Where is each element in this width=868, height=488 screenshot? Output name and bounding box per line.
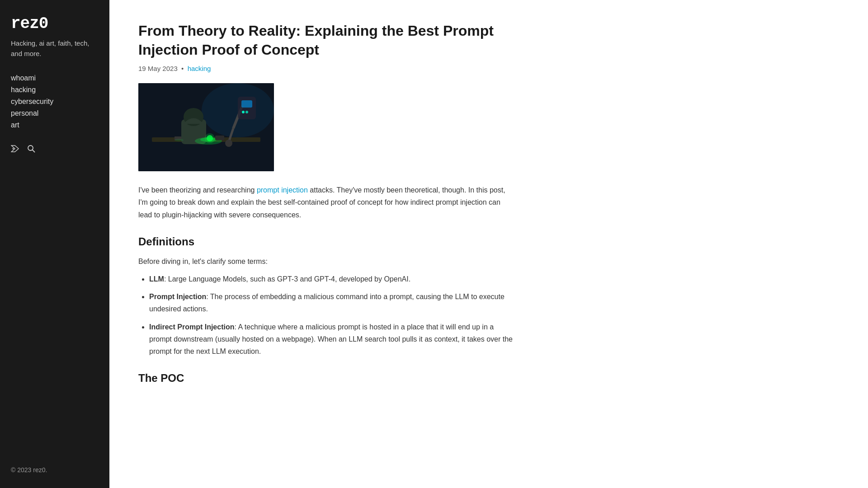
svg-line-2	[33, 150, 35, 152]
article-meta: 19 May 2023 • hacking	[138, 65, 514, 72]
site-tagline: Hacking, ai art, faith, tech, and more.	[11, 38, 99, 59]
svg-rect-13	[238, 97, 256, 119]
article-category-link[interactable]: hacking	[188, 65, 211, 72]
site-title[interactable]: rez0	[11, 14, 99, 33]
svg-point-21	[175, 139, 184, 141]
svg-point-18	[205, 133, 215, 143]
definition-item: Indirect Prompt Injection: A technique w…	[149, 321, 514, 358]
svg-rect-20	[215, 136, 224, 140]
search-icon[interactable]	[27, 145, 35, 155]
svg-point-12	[225, 140, 232, 147]
svg-rect-14	[241, 100, 252, 108]
sidebar-footer: © 2023 rez0.	[11, 466, 99, 474]
sidebar-icons	[11, 145, 99, 155]
article-intro: I've been theorizing and researching pro…	[138, 184, 514, 221]
sidebar-nav-link-hacking[interactable]: hacking	[11, 85, 99, 95]
poc-title: The POC	[138, 372, 514, 385]
sidebar: rez0 Hacking, ai art, faith, tech, and m…	[0, 0, 109, 488]
definition-item: Prompt Injection: The process of embeddi…	[149, 291, 514, 315]
prompt-injection-link[interactable]: prompt injection	[257, 186, 308, 194]
definitions-title: Definitions	[138, 235, 514, 248]
article-image	[138, 83, 274, 171]
definition-item: LLM: Large Language Models, such as GPT-…	[149, 273, 514, 285]
sidebar-nav-link-art[interactable]: art	[11, 120, 99, 130]
sidebar-nav-link-whoami[interactable]: whoami	[11, 73, 99, 83]
poc-section: The POC	[138, 372, 514, 385]
definitions-list: LLM: Large Language Models, such as GPT-…	[138, 273, 514, 357]
sidebar-nav-link-personal[interactable]: personal	[11, 108, 99, 118]
sidebar-nav: whoamihackingcybersecuritypersonalart	[11, 73, 99, 145]
sidebar-nav-link-cybersecurity[interactable]: cybersecurity	[11, 97, 99, 107]
tags-icon[interactable]	[11, 145, 20, 155]
svg-point-16	[245, 111, 248, 113]
nav-links: whoamihackingcybersecuritypersonalart	[11, 73, 99, 130]
article-date: 19 May 2023	[138, 65, 178, 72]
definitions-intro: Before diving in, let's clarify some ter…	[138, 255, 514, 267]
svg-point-15	[242, 111, 245, 113]
main-content: From Theory to Reality: Explaining the B…	[109, 0, 543, 488]
definitions-section: Definitions Before diving in, let's clar…	[138, 235, 514, 357]
article-title: From Theory to Reality: Explaining the B…	[138, 22, 514, 59]
svg-point-0	[13, 148, 14, 150]
